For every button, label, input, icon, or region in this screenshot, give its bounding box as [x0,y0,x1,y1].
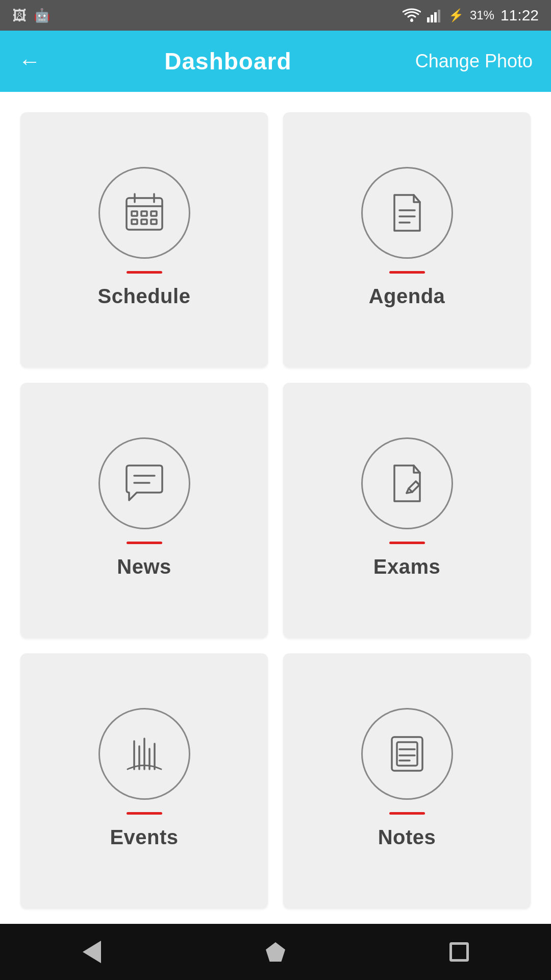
news-icon-circle [98,437,190,529]
notes-card[interactable]: Notes [283,653,531,909]
home-icon [266,942,285,962]
events-icon-circle [98,708,190,800]
schedule-label: Schedule [98,285,191,308]
signal-icon [427,8,442,22]
svg-rect-9 [132,211,137,216]
recents-icon [449,942,469,962]
agenda-divider [389,271,425,274]
chart-icon [121,731,167,777]
notes-icon [384,731,430,777]
news-divider [127,542,162,544]
svg-rect-3 [434,12,437,22]
nav-recents-button[interactable] [439,932,480,972]
agenda-card[interactable]: Agenda [283,112,531,368]
svg-rect-4 [438,10,440,22]
schedule-icon-circle [98,167,190,259]
dashboard-grid: Schedule Agenda [0,92,551,924]
notes-label: Notes [378,826,436,849]
status-left-icons: 🖼 🤖 [12,7,50,24]
svg-line-22 [407,492,412,493]
svg-rect-29 [397,742,417,766]
news-label: News [117,555,171,578]
news-card[interactable]: News [20,383,268,638]
document-icon [384,190,430,236]
exams-card[interactable]: Exams [283,383,531,638]
svg-rect-10 [141,211,147,216]
notes-divider [389,812,425,815]
agenda-icon-circle [361,167,453,259]
nav-home-button[interactable] [255,932,296,972]
wifi-icon [403,8,421,22]
svg-rect-14 [151,219,157,224]
events-card[interactable]: Events [20,653,268,909]
back-button[interactable]: ← [18,48,41,74]
edit-document-icon [384,460,430,506]
battery-level: 31% [470,8,494,22]
grid-row-2: News Exams [20,383,531,638]
svg-point-0 [410,19,413,22]
svg-rect-12 [132,219,137,224]
android-status-icon: 🤖 [34,8,50,23]
nav-back-button[interactable] [71,932,112,972]
chat-icon [121,460,167,506]
change-photo-button[interactable]: Change Photo [415,51,533,72]
grid-row-3: Events Notes [20,653,531,909]
status-right-icons: ⚡ 31% 11:22 [403,7,539,24]
exams-icon-circle [361,437,453,529]
svg-rect-11 [151,211,157,216]
svg-rect-1 [427,17,430,22]
notes-icon-circle [361,708,453,800]
battery-icon: ⚡ [448,8,464,22]
status-bar: 🖼 🤖 ⚡ 31% 11:22 [0,0,551,31]
events-divider [127,812,162,815]
svg-rect-2 [431,15,433,22]
app-header: ← Dashboard Change Photo [0,31,551,92]
schedule-divider [127,271,162,274]
page-title: Dashboard [164,47,291,75]
back-triangle-icon [83,941,101,963]
status-time: 11:22 [500,7,539,24]
events-label: Events [110,826,178,849]
calendar-icon [121,190,167,236]
bottom-navigation [0,924,551,980]
svg-rect-13 [141,219,147,224]
agenda-label: Agenda [369,285,445,308]
exams-divider [389,542,425,544]
exams-label: Exams [373,555,440,578]
image-status-icon: 🖼 [12,7,27,24]
grid-row-1: Schedule Agenda [20,112,531,368]
schedule-card[interactable]: Schedule [20,112,268,368]
svg-line-20 [416,481,419,485]
